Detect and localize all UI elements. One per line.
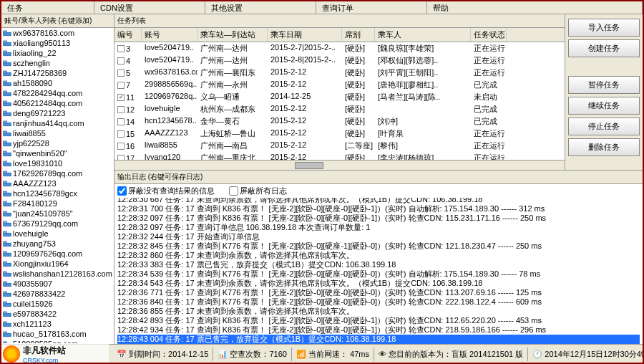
svg-rect-63 xyxy=(4,342,7,343)
account-item[interactable]: ranjinhua414qq.com xyxy=(1,118,114,128)
task-checkbox[interactable] xyxy=(117,155,125,161)
col-header[interactable]: 账号 xyxy=(142,28,197,42)
task-rows[interactable]: 3love5204719..广州南—达州2015-2-7|2015-2-..[硬… xyxy=(114,42,565,160)
account-list[interactable]: wx96378163.comxiaoliang950113lixiaoling_… xyxy=(1,28,114,343)
account-item[interactable]: xch121123 xyxy=(1,319,114,329)
svg-rect-41 xyxy=(4,231,7,234)
log-line[interactable]: 12:28:43 004 任务: 17 票已售完，放弃提交（模式1B）提交CDN… xyxy=(117,335,640,344)
col-header[interactable]: 编号 xyxy=(114,28,142,42)
col-header[interactable]: 乘车人 xyxy=(375,28,471,42)
account-item[interactable]: wx96378163.com xyxy=(1,28,114,38)
task-row[interactable]: 4love5204719..广州南—达州2015-2-8|2015-2-..[硬… xyxy=(114,54,565,67)
account-item[interactable]: AAAZZZ123 xyxy=(1,178,114,188)
task-checkbox[interactable] xyxy=(117,70,125,77)
task-row[interactable]: 16liwai8855广州南—南昌2015-2-12[二等座][黎伟]正在运行 xyxy=(114,140,565,152)
log-line[interactable]: 12:28:32 097 任务: 17 查询订单信息 106.38.199.18… xyxy=(117,223,640,232)
account-item[interactable]: ah1588090 xyxy=(1,78,114,88)
account-item[interactable]: xiaoliang950113 xyxy=(1,38,114,48)
account-item[interactable]: e597883422 xyxy=(1,309,114,319)
btn-创建任务[interactable]: 创建任务 xyxy=(568,39,640,57)
task-checkbox[interactable] xyxy=(117,130,125,138)
account-item[interactable]: 4782284294qq.com xyxy=(1,88,114,98)
col-header[interactable]: 席别 xyxy=(342,28,375,42)
log-line[interactable]: 12:28:36 855 任务: 17 未查询到余票数，请你选择其他席别或车次。 xyxy=(117,307,640,316)
task-checkbox[interactable] xyxy=(117,106,125,113)
menu-其他设置[interactable]: 其他设置 xyxy=(205,1,316,14)
account-item[interactable]: lixiaoling_22 xyxy=(1,48,114,58)
account-item[interactable]: wslishanshan12128163.com xyxy=(1,269,114,279)
btn-暂停任务[interactable]: 暂停任务 xyxy=(568,76,640,94)
account-item[interactable]: 673679129qq.com xyxy=(1,219,114,229)
account-item[interactable]: ZHJ147258369 xyxy=(1,68,114,78)
account-item[interactable]: deng69721223 xyxy=(1,108,114,118)
col-header[interactable]: 乘车站—到达站 xyxy=(197,28,268,42)
account-item[interactable]: 4056212484qq.com xyxy=(1,98,114,108)
account-item[interactable]: yjp622528 xyxy=(1,138,114,148)
task-row[interactable]: 14hcn12345678..金华—黄石2015-2-12[硬卧][刘冲]已完成 xyxy=(114,115,565,128)
log-output[interactable]: 12:28:25 412 任务: 17 票已售完，放弃提交（模式1B）提交CDN… xyxy=(114,198,643,344)
col-header[interactable]: 乘车日期 xyxy=(268,28,342,42)
task-checkbox[interactable] xyxy=(117,118,125,125)
btn-停止任务[interactable]: 停止任务 xyxy=(568,118,640,135)
task-checkbox[interactable] xyxy=(117,82,125,89)
task-checkbox[interactable] xyxy=(117,143,125,150)
log-line[interactable]: 12:28:32 845 任务: 17 查询到 K776 有票！ [无座-2][… xyxy=(117,241,640,251)
log-filters: 屏蔽没有查询结果的信息 屏蔽所有日志 xyxy=(114,184,643,198)
log-line[interactable]: 12:28:32 244 任务: 17 开始查询订单信息 xyxy=(117,232,640,241)
account-item[interactable]: "qinwenbin520" xyxy=(1,148,114,158)
filter-all-checkbox[interactable] xyxy=(229,186,238,196)
log-line[interactable]: 12:28:42 934 任务: 17 查询到 K836 有票！ [无座-2][… xyxy=(117,325,640,335)
account-item[interactable]: love19831010 xyxy=(1,158,114,168)
account-item[interactable]: lovehuigle xyxy=(1,229,114,239)
btn-导入任务[interactable]: 导入任务 xyxy=(568,19,640,37)
menu-CDN设置[interactable]: CDN设置 xyxy=(94,1,205,14)
svg-rect-35 xyxy=(4,201,7,203)
task-row[interactable]: 72998856569q..广州南—永州2015-2-12[硬卧][唐艳菲][廖… xyxy=(114,79,565,91)
svg-rect-57 xyxy=(4,312,7,314)
log-line[interactable]: 12:28:42 893 任务: 17 查询到 K836 有票！ [无座-2][… xyxy=(117,316,640,325)
task-row[interactable]: 15AAAZZZ123上海虹桥—鲁山2015-2-12[硬卧][叶育泉正在运行 xyxy=(114,128,565,140)
account-item[interactable]: 490355907 xyxy=(1,279,114,289)
log-line[interactable]: 12:28:31 700 任务: 17 查询到 K836 有票！ [无座-2][… xyxy=(117,204,640,214)
task-row[interactable]: 5wx96378163.com广州南—襄阳东2015-2-12[硬卧][刘平霄]… xyxy=(114,67,565,79)
filter-noresult-checkbox[interactable] xyxy=(117,186,127,196)
log-line[interactable]: 12:28:33 383 任务: 17 票已售完，放弃提交（模式1B）提交CDN… xyxy=(117,260,640,269)
task-checkbox[interactable] xyxy=(117,45,125,52)
account-item[interactable]: Xiongjinxiu1964 xyxy=(1,259,114,269)
log-line[interactable]: 12:28:30 687 任务: 17 未查询到余票数，请你选择其他席别或车次。… xyxy=(117,198,640,204)
menu-任务[interactable]: 任务 xyxy=(1,1,94,14)
task-row[interactable]: 3love5204719..广州南—达州2015-2-7|2015-2-..[硬… xyxy=(114,42,565,54)
svg-rect-51 xyxy=(4,282,7,284)
account-item[interactable]: hcn123456789gcx xyxy=(1,188,114,198)
account-item[interactable]: zhuyang753 xyxy=(1,239,114,249)
btn-继续任务[interactable]: 继续任务 xyxy=(568,97,640,115)
log-line[interactable]: 12:28:36 840 任务: 17 查询到 K776 有票！ [无座-2][… xyxy=(117,297,640,307)
account-item[interactable]: cuilei15926 xyxy=(1,299,114,309)
svg-rect-59 xyxy=(4,322,7,324)
account-item[interactable]: 1762926789qq.com xyxy=(1,168,114,178)
log-line[interactable]: 12:28:32 860 任务: 17 未查询到余票数，请你选择其他席别或车次。 xyxy=(117,251,640,260)
task-buttons-panel: 导入任务创建任务暂停任务继续任务停止任务删除任务 xyxy=(565,14,643,170)
account-item[interactable]: 426978833422 xyxy=(1,289,114,299)
account-item[interactable]: 519898585qq.com xyxy=(1,339,114,343)
task-checkbox[interactable] xyxy=(117,57,125,64)
task-row[interactable]: 17lyyang120广州南—重庆北2015-2-12[硬卧][李忠涛][杨德琼… xyxy=(114,152,565,160)
btn-删除任务[interactable]: 删除任务 xyxy=(568,138,640,156)
account-item[interactable]: 1209697626qq.com xyxy=(1,249,114,259)
account-item[interactable]: hucao_5178163.com xyxy=(1,329,114,339)
horizontal-scrollbar[interactable] xyxy=(114,160,565,170)
account-item[interactable]: sczhenglin xyxy=(1,58,114,68)
log-line[interactable]: 12:28:32 097 任务: 17 查询到 K836 有票！ [无座-2][… xyxy=(117,214,640,223)
account-item[interactable]: F284180129 xyxy=(1,198,114,209)
menu-帮助[interactable]: 帮助 xyxy=(427,1,643,14)
col-header[interactable]: 任务状态 xyxy=(471,28,507,42)
log-line[interactable]: 12:28:34 543 任务: 17 未查询到余票数，请你选择其他席别或车次。… xyxy=(117,279,640,288)
account-item[interactable]: liwai8855 xyxy=(1,128,114,138)
task-row[interactable]: 12lovehuigle杭州东—成都东2015-2-12[硬卧]已完成 xyxy=(114,103,565,115)
task-checkbox[interactable]: ✓ xyxy=(117,94,125,101)
account-item[interactable]: "juan245109785" xyxy=(1,209,114,219)
log-line[interactable]: 12:28:34 539 任务: 17 查询到 K776 有票！ [无座-2][… xyxy=(117,269,640,279)
log-line[interactable]: 12:28:36 771 任务: 17 查询到 K776 有票！ [无座-2][… xyxy=(117,288,640,297)
task-row[interactable]: ✓111209697628q..义乌—昭通2014-12-25[硬卧][马者兰]… xyxy=(114,91,565,103)
menu-查询订单[interactable]: 查询订单 xyxy=(316,1,427,14)
